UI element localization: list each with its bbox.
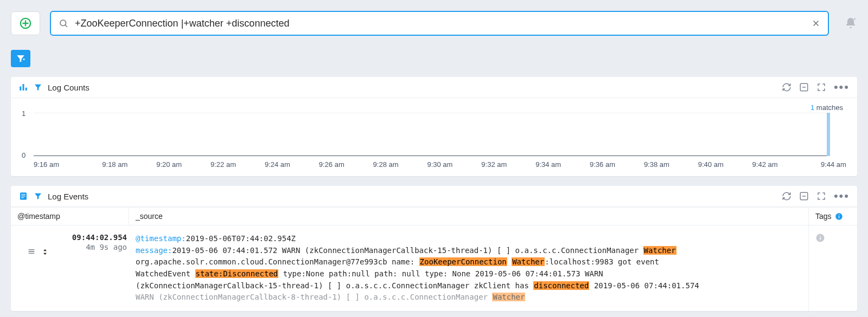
y-tick-1: 1: [22, 109, 25, 118]
msg-text: WatchedEvent: [136, 269, 195, 278]
x-tick: 9:38 am: [629, 160, 684, 169]
column-header-tags[interactable]: Tags: [808, 208, 857, 225]
highlight-watcher: Watcher: [512, 257, 545, 266]
x-tick: 9:24 am: [250, 160, 304, 169]
filter-bar: [0, 47, 868, 77]
info-icon[interactable]: [835, 212, 843, 221]
event-source-cell: @timestamp:2019-05-06T07:44:02.954Z mess…: [129, 225, 808, 311]
highlight-watcher: Watcher: [643, 246, 676, 255]
search-icon: [59, 18, 68, 28]
log-counts-header: Log Counts •••: [11, 77, 857, 98]
x-tick: 9:40 am: [684, 160, 738, 169]
msg-text: type:None path:null path: null type: Non…: [278, 269, 603, 278]
document-icon: [18, 191, 28, 201]
svg-rect-7: [21, 194, 25, 195]
highlight-disconnected: disconnected: [533, 281, 589, 290]
bar-chart-icon: [18, 82, 28, 92]
alerts-icon[interactable]: [844, 17, 857, 30]
tag-add-icon[interactable]: [815, 233, 825, 243]
svg-rect-4: [25, 88, 27, 90]
filter-icon[interactable]: [34, 83, 42, 92]
filter-icon[interactable]: [34, 192, 42, 200]
svg-rect-15: [820, 237, 821, 240]
fullscreen-button[interactable]: [816, 82, 826, 92]
x-axis-ticks: 9:16 am 9:18 am 9:20 am 9:22 am 9:24 am …: [34, 160, 846, 169]
x-tick: 9:32 am: [467, 160, 521, 169]
svg-rect-13: [838, 214, 839, 215]
x-tick: 9:34 am: [521, 160, 576, 169]
refresh-button[interactable]: [782, 82, 792, 92]
x-tick: 9:20 am: [142, 160, 196, 169]
column-header-source[interactable]: _source: [129, 208, 808, 225]
log-counts-title: Log Counts: [48, 83, 90, 92]
filter-plus-icon: [16, 54, 25, 63]
msg-text: (zkConnectionManagerCallback-15-thread-1…: [136, 281, 533, 290]
event-timestamp: 09:44:02.954: [50, 233, 127, 242]
field-key-message: message:: [136, 246, 172, 255]
search-input-wrap: [50, 11, 829, 36]
msg-text: org.apache.solr.common.cloud.ConnectionM…: [136, 257, 419, 266]
event-timestamp-cell: 09:44:02.954 4m 9s ago: [50, 225, 129, 311]
highlight-zookeeperconnection: ZooKeeperConnection: [419, 257, 507, 266]
x-tick: 9:30 am: [413, 160, 467, 169]
collapse-button[interactable]: [799, 82, 809, 92]
x-tick: 9:42 am: [738, 160, 792, 169]
svg-rect-16: [820, 236, 821, 237]
event-time-ago: 4m 9s ago: [50, 243, 127, 251]
highlight-state-disconnected: state:Disconnected: [195, 269, 279, 278]
column-header-timestamp[interactable]: @timestamp: [11, 208, 129, 225]
log-counts-panel: Log Counts ••• 1 matches 1 0 9:16 am 9:1…: [11, 77, 857, 176]
x-tick: 9:36 am: [576, 160, 630, 169]
svg-rect-2: [20, 87, 21, 91]
tags-label: Tags: [815, 212, 832, 221]
top-bar: [0, 0, 868, 47]
msg-text: :localhost:9983 got event: [545, 257, 659, 266]
msg-text-faded: WARN (zkConnectionManagerCallback-8-thre…: [136, 293, 492, 301]
svg-point-1: [60, 20, 66, 26]
x-tick: 9:22 am: [196, 160, 251, 169]
x-tick: 9:44 am: [792, 160, 846, 169]
chart-plot-area[interactable]: 1 0: [34, 113, 846, 156]
fullscreen-button[interactable]: [816, 191, 826, 201]
event-row: 09:44:02.954 4m 9s ago @timestamp:2019-0…: [11, 225, 857, 311]
matches-label: 1 matches: [22, 103, 846, 113]
refresh-button[interactable]: [782, 191, 792, 201]
plus-circle-icon: [20, 17, 31, 29]
x-tick: 9:16 am: [34, 160, 88, 169]
log-events-title: Log Events: [48, 192, 88, 201]
event-tags-cell: [808, 225, 857, 311]
log-counts-chart: 1 matches 1 0 9:16 am 9:18 am 9:20 am 9:…: [11, 98, 857, 176]
log-events-panel: Log Events ••• @timestamp _source Tags 0…: [11, 186, 857, 311]
field-key-timestamp: @timestamp:: [136, 234, 186, 243]
log-events-header: Log Events •••: [11, 186, 857, 207]
field-val-timestamp: 2019-05-06T07:44:02.954Z: [186, 234, 296, 243]
x-tick: 9:18 am: [88, 160, 142, 169]
row-expand-icon[interactable]: [41, 247, 49, 311]
search-input[interactable]: [75, 18, 805, 29]
add-button[interactable]: [11, 11, 40, 35]
y-tick-0: 0: [22, 151, 25, 159]
highlight-watcher-faded: Watcher: [492, 293, 525, 301]
x-tick: 9:26 am: [304, 160, 359, 169]
svg-rect-12: [838, 216, 839, 218]
clear-search-button[interactable]: [812, 19, 820, 28]
svg-rect-8: [21, 196, 25, 196]
msg-text: 2019-05-06 07:44:01.572 WARN (zkConnecti…: [172, 246, 643, 255]
x-tick: 9:28 am: [359, 160, 413, 169]
row-menu-icon[interactable]: [27, 247, 36, 311]
events-column-headers: @timestamp _source Tags: [11, 207, 857, 225]
add-filter-button[interactable]: [11, 50, 30, 67]
msg-text: 2019-05-06 07:44:01.574: [589, 281, 699, 290]
chart-bar[interactable]: [827, 113, 830, 156]
msg-text: [507, 257, 512, 266]
collapse-button[interactable]: [799, 191, 809, 201]
svg-rect-3: [23, 84, 24, 90]
svg-rect-9: [21, 197, 24, 198]
